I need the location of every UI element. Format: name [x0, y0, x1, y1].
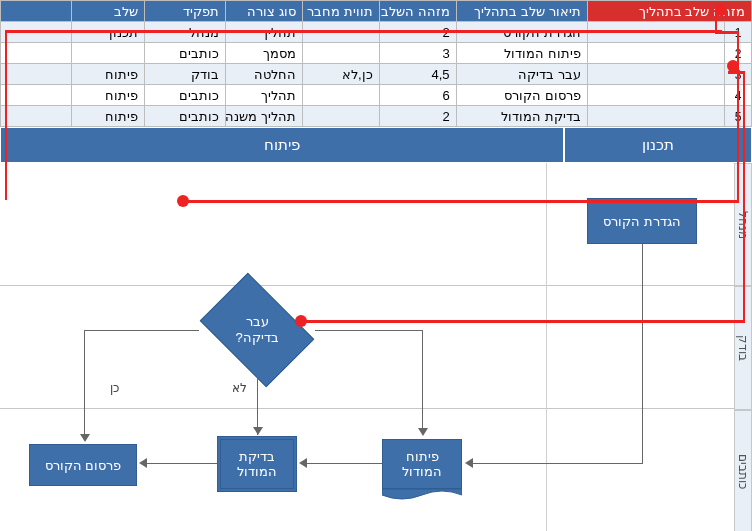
flow-connector: [422, 330, 423, 429]
label-yes: כן: [110, 381, 119, 395]
flowchart: מנהל בודק כותבים הגדרת הקורס פיתוח המודו…: [0, 163, 752, 531]
cell-conn: [302, 106, 379, 127]
cell-role: כותבים: [144, 106, 225, 127]
flow-connector: [147, 463, 217, 464]
node-develop-module: פיתוח המודול: [382, 439, 462, 489]
cell-phase: [71, 43, 144, 64]
table-row: 3 עבר בדיקה 4,5 כן,לא החלטה בודק פיתוח: [1, 64, 752, 85]
callout-line: [7, 30, 722, 33]
col-conn: תווית מחבר: [302, 1, 379, 22]
cell-shape: תהליך משנה: [225, 106, 302, 127]
col-phase: שלב: [71, 1, 144, 22]
arrowhead-icon: [299, 458, 307, 468]
col-empty: [1, 1, 72, 22]
cell-desc: בדיקת המודול: [456, 106, 587, 127]
arrowhead-icon: [253, 427, 263, 435]
phase-dev: פיתוח: [0, 127, 564, 163]
arrowhead-icon: [465, 458, 473, 468]
callout-line: [300, 320, 745, 323]
cell-shape: תהליך: [225, 85, 302, 106]
callout-line: [184, 200, 739, 203]
cell-conn: [302, 43, 379, 64]
table-row: 2 פיתוח המודול 3 מסמך כותבים: [1, 43, 752, 64]
callout-dot: [727, 60, 739, 72]
label-no: לא: [232, 381, 247, 395]
node-publish-course: פרסום הקורס: [29, 444, 137, 486]
phase-plan: תכנון: [564, 127, 752, 163]
node-decision: עבר בדיקה?: [210, 296, 304, 364]
flow-connector: [473, 463, 643, 464]
node-define-course: הגדרת הקורס: [587, 198, 697, 244]
col-role: תפקיד: [144, 1, 225, 22]
process-table: מזהה שלב בתהליך תיאור שלב בתהליך מזהה הש…: [0, 0, 752, 127]
callout-dot: [177, 195, 189, 207]
arrowhead-icon: [80, 434, 90, 442]
col-shape: סוג צורה: [225, 1, 302, 22]
flow-connector: [315, 330, 423, 331]
callout-line: [737, 31, 740, 201]
cell-role: כותבים: [144, 85, 225, 106]
cell-phase: פיתוח: [71, 64, 144, 85]
callout-dot: [715, 4, 727, 16]
table-header-row: מזהה שלב בתהליך תיאור שלב בתהליך מזהה הש…: [1, 1, 752, 22]
flow-connector: [307, 463, 382, 464]
arrowhead-icon: [418, 428, 428, 436]
cell-role: כותבים: [144, 43, 225, 64]
lane-writers: כותבים: [734, 410, 752, 531]
cell-shape: החלטה: [225, 64, 302, 85]
flow-connector: [84, 330, 199, 331]
arrowhead-icon: [139, 458, 147, 468]
cell-next: 3: [379, 43, 456, 64]
document-shape-tail: [382, 489, 462, 501]
cell-phase: פיתוח: [71, 106, 144, 127]
cell-role: בודק: [144, 64, 225, 85]
table-row: 4 פרסום הקורס 6 תהליך כותבים פיתוח: [1, 85, 752, 106]
cell-conn: כן,לא: [302, 64, 379, 85]
callout-line: [743, 71, 746, 321]
flow-connector: [257, 373, 258, 428]
phase-divider: [546, 163, 547, 531]
callout-dot: [295, 315, 307, 327]
cell-next: 4,5: [379, 64, 456, 85]
cell-next: 2: [379, 106, 456, 127]
node-check-module: בדיקת המודול: [217, 436, 297, 492]
phase-banner: תכנון פיתוח: [0, 127, 752, 163]
col-desc: תיאור שלב בתהליך: [456, 1, 587, 22]
cell-desc: פיתוח המודול: [456, 43, 587, 64]
callout-line: [5, 30, 8, 200]
cell-phase: פיתוח: [71, 85, 144, 106]
cell-desc: עבר בדיקה: [456, 64, 587, 85]
table-row: 5 בדיקת המודול 2 תהליך משנה כותבים פיתוח: [1, 106, 752, 127]
flow-connector: [642, 244, 643, 463]
flow-connector: [84, 330, 85, 435]
cell-conn: [302, 85, 379, 106]
cell-next: 6: [379, 85, 456, 106]
cell-desc: פרסום הקורס: [456, 85, 587, 106]
cell-shape: מסמך: [225, 43, 302, 64]
col-next: מזהה השלב הבא: [379, 1, 456, 22]
